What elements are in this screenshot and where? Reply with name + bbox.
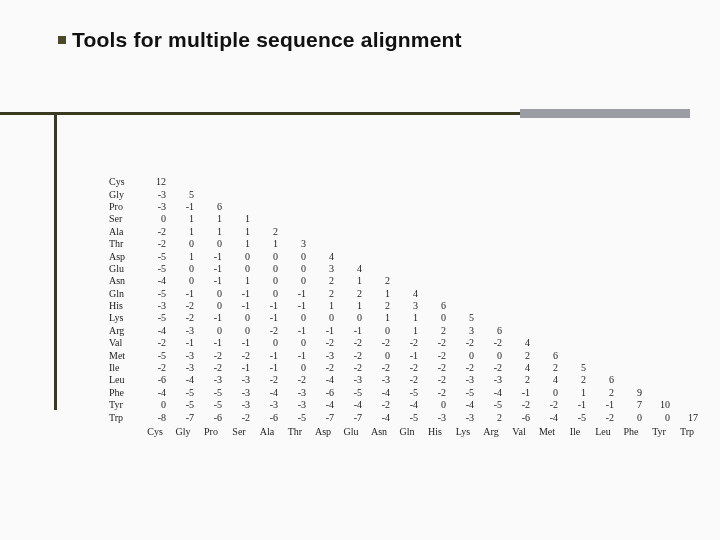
table-row: Asp-51-10004 xyxy=(106,250,701,262)
matrix-cell: -2 xyxy=(141,226,169,238)
matrix-cell xyxy=(645,288,673,300)
row-label: Cys xyxy=(106,176,141,188)
matrix-cell: 1 xyxy=(169,226,197,238)
table-row: Pro-3-16 xyxy=(106,201,701,213)
matrix-cell xyxy=(673,399,701,411)
matrix-cell: -2 xyxy=(169,300,197,312)
matrix-cell xyxy=(617,312,645,324)
col-label: Pro xyxy=(197,424,225,438)
matrix-cell xyxy=(337,176,365,188)
table-row: Met-5-3-2-2-1-1-3-20-1-20026 xyxy=(106,349,701,361)
matrix-cell xyxy=(561,238,589,250)
matrix-cell xyxy=(309,226,337,238)
matrix-cell: 0 xyxy=(309,312,337,324)
row-label: Arg xyxy=(106,325,141,337)
matrix-cell: -1 xyxy=(225,337,253,349)
matrix-cell: -3 xyxy=(449,411,477,423)
matrix-cell: 1 xyxy=(225,238,253,250)
matrix-cell xyxy=(393,238,421,250)
matrix-cell xyxy=(449,238,477,250)
matrix-cell: 0 xyxy=(281,263,309,275)
matrix-cell: 6 xyxy=(477,325,505,337)
matrix-cell xyxy=(533,263,561,275)
col-label: Thr xyxy=(281,424,309,438)
matrix-cell xyxy=(589,312,617,324)
matrix-cell: -6 xyxy=(505,411,533,423)
matrix-cell xyxy=(673,349,701,361)
matrix-cell xyxy=(589,300,617,312)
matrix-cell: -5 xyxy=(393,387,421,399)
matrix-cell xyxy=(281,176,309,188)
matrix-cell: 1 xyxy=(337,275,365,287)
matrix-cell xyxy=(421,288,449,300)
matrix-cell: -2 xyxy=(309,337,337,349)
matrix-cell: -1 xyxy=(281,288,309,300)
matrix-cell xyxy=(281,213,309,225)
row-label: Ile xyxy=(106,362,141,374)
matrix-cell: -1 xyxy=(505,387,533,399)
matrix-cell: 1 xyxy=(225,213,253,225)
matrix-table: Cys12Gly-35Pro-3-16Ser0111Ala-21112Thr-2… xyxy=(106,176,701,438)
col-label: Trp xyxy=(673,424,701,438)
matrix-cell xyxy=(533,312,561,324)
matrix-cell xyxy=(225,176,253,188)
matrix-cell xyxy=(617,374,645,386)
matrix-cell xyxy=(309,213,337,225)
matrix-cell: 5 xyxy=(169,188,197,200)
matrix-cell xyxy=(309,201,337,213)
matrix-cell: 0 xyxy=(197,238,225,250)
matrix-cell xyxy=(505,300,533,312)
matrix-cell: 9 xyxy=(617,387,645,399)
matrix-cell xyxy=(449,201,477,213)
matrix-cell: -3 xyxy=(225,399,253,411)
matrix-cell: -3 xyxy=(225,374,253,386)
matrix-cell: 0 xyxy=(253,337,281,349)
matrix-cell: -1 xyxy=(225,362,253,374)
matrix-cell: 2 xyxy=(561,374,589,386)
matrix-cell xyxy=(449,188,477,200)
matrix-cell xyxy=(673,337,701,349)
matrix-cell: 0 xyxy=(449,349,477,361)
matrix-cell xyxy=(533,250,561,262)
matrix-cell: 3 xyxy=(309,263,337,275)
matrix-cell xyxy=(533,238,561,250)
matrix-cell xyxy=(561,312,589,324)
matrix-cell xyxy=(617,362,645,374)
matrix-cell: 1 xyxy=(253,238,281,250)
matrix-cell xyxy=(645,349,673,361)
col-label: Gln xyxy=(393,424,421,438)
matrix-cell: 1 xyxy=(169,250,197,262)
matrix-cell: -2 xyxy=(421,374,449,386)
matrix-cell xyxy=(253,188,281,200)
matrix-cell xyxy=(421,275,449,287)
matrix-cell: 0 xyxy=(253,250,281,262)
matrix-cell xyxy=(561,263,589,275)
matrix-cell xyxy=(393,201,421,213)
matrix-cell xyxy=(477,213,505,225)
column-header-row: CysGlyProSerAlaThrAspGluAsnGlnHisLysArgV… xyxy=(106,424,701,438)
matrix-cell xyxy=(589,288,617,300)
matrix-cell: -2 xyxy=(337,337,365,349)
matrix-cell: -1 xyxy=(197,275,225,287)
table-row: Glu-50-100034 xyxy=(106,263,701,275)
matrix-cell xyxy=(561,213,589,225)
matrix-cell xyxy=(505,226,533,238)
matrix-cell: -4 xyxy=(393,399,421,411)
matrix-cell: -2 xyxy=(393,374,421,386)
matrix-cell: -1 xyxy=(225,288,253,300)
matrix-cell xyxy=(673,250,701,262)
matrix-cell xyxy=(617,325,645,337)
matrix-cell: 1 xyxy=(197,226,225,238)
row-label: Gly xyxy=(106,188,141,200)
matrix-cell: -1 xyxy=(197,337,225,349)
matrix-cell: -4 xyxy=(477,387,505,399)
matrix-cell: -1 xyxy=(393,349,421,361)
matrix-cell xyxy=(337,238,365,250)
matrix-cell: -5 xyxy=(197,399,225,411)
row-label: Glu xyxy=(106,263,141,275)
matrix-cell: -7 xyxy=(309,411,337,423)
title-rule xyxy=(0,112,520,115)
matrix-cell xyxy=(533,288,561,300)
matrix-cell xyxy=(393,263,421,275)
matrix-cell xyxy=(337,213,365,225)
